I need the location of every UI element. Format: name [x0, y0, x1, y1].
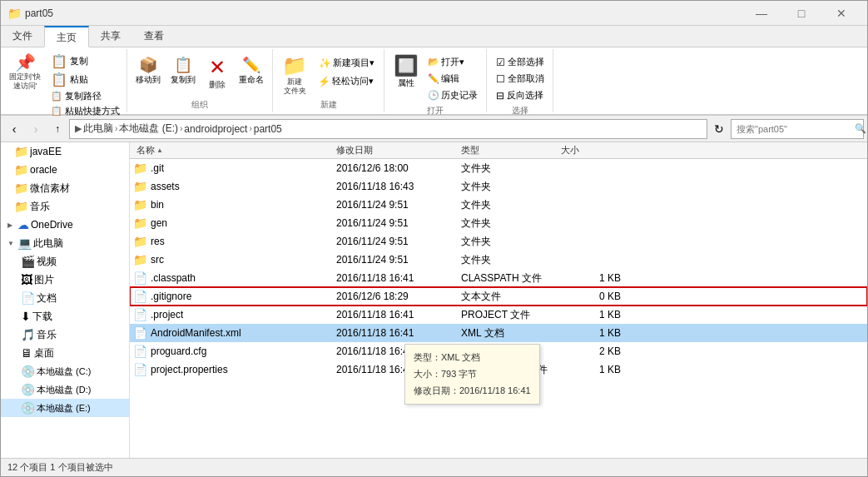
file-date-cell: 2016/11/18 16:41 [333, 327, 458, 339]
file-icon: 📄 [133, 271, 147, 285]
document-label: 文档 [37, 291, 57, 306]
thispc-label: 此电脑 [33, 236, 63, 251]
file-type-cell: 文件夹 [458, 253, 558, 267]
properties-button[interactable]: 🔲 属性 [389, 52, 423, 91]
col-header-size[interactable]: 大小 [558, 144, 624, 157]
tooltip-type-label: 类型： [414, 352, 441, 362]
music1-icon: 📁 [14, 200, 28, 213]
file-size-cell: 1 KB [558, 327, 624, 339]
new-folder-button[interactable]: 📁 新建文件夹 [278, 52, 311, 97]
sidebar-item-desktop[interactable]: 🖥 桌面 [1, 344, 129, 362]
sidebar-item-oracle[interactable]: 📁 oracle [1, 161, 129, 179]
move-to-button[interactable]: 📦 移动到 [132, 54, 164, 92]
sidebar-item-music1[interactable]: 📁 音乐 [1, 197, 129, 216]
file-row[interactable]: 📁 assets 2016/11/18 16:43 文件夹 [130, 177, 867, 196]
new-item-button[interactable]: ✨ 新建项目▾ [315, 54, 379, 72]
search-input[interactable] [737, 124, 851, 134]
edit-button[interactable]: ✏️ 编辑 [424, 71, 481, 87]
file-date-cell: 2016/11/24 9:51 [333, 254, 458, 266]
new-label: 新建 [320, 99, 337, 111]
tab-view[interactable]: 查看 [132, 26, 176, 47]
sidebar-item-download[interactable]: ⬇ 下载 [1, 307, 129, 325]
file-type-cell: 文件夹 [458, 180, 558, 194]
col-header-name[interactable]: 名称 ▲ [133, 144, 333, 157]
music2-label: 音乐 [37, 328, 57, 342]
path-breadcrumb-disk[interactable]: 本地磁盘 (E:) [119, 122, 178, 136]
file-type-cell: 文件夹 [458, 216, 558, 231]
open-button[interactable]: 📂 打开▾ [424, 54, 481, 70]
history-button[interactable]: 🕒 历史记录 [424, 87, 481, 103]
title-bar-controls: — □ ✕ [742, 1, 861, 26]
back-button[interactable]: ‹ [4, 119, 24, 139]
disk-c-label: 本地磁盘 (C:) [37, 365, 91, 378]
file-date-cell: 2016/11/24 9:51 [333, 236, 458, 247]
sidebar-item-music2[interactable]: 🎵 音乐 [1, 325, 129, 344]
up-button[interactable]: ↑ [47, 119, 67, 139]
path-breadcrumb-part05[interactable]: part05 [254, 123, 282, 135]
minimize-button[interactable]: — [742, 1, 781, 26]
invert-select-button[interactable]: ⊟ 反向选择 [493, 87, 548, 103]
file-date-cell: 2016/11/24 9:51 [333, 217, 458, 229]
col-header-date[interactable]: 修改日期 [333, 144, 458, 157]
tab-share[interactable]: 共享 [89, 26, 132, 47]
search-box: 🔍 [731, 119, 864, 139]
file-row[interactable]: 📁 res 2016/11/24 9:51 文件夹 [130, 232, 867, 251]
file-icon: 📄 [133, 308, 147, 321]
paste-button[interactable]: 📋 粘贴 [47, 71, 123, 88]
maximize-button[interactable]: □ [782, 1, 821, 26]
file-row[interactable]: 📁 src 2016/11/24 9:51 文件夹 [130, 251, 867, 269]
copy-to-button[interactable]: 📋 复制到 [167, 54, 199, 92]
sidebar-item-onedrive[interactable]: ▶ ☁ OneDrive [1, 216, 129, 234]
file-name-cell: 📁 src [133, 253, 333, 266]
select-all-button[interactable]: ☑ 全部选择 [493, 54, 548, 70]
sidebar-item-disk-e[interactable]: 💿 本地磁盘 (E:) [1, 399, 129, 417]
onedrive-label: OneDrive [31, 219, 73, 231]
sidebar-item-thispc[interactable]: ▼ 💻 此电脑 [1, 234, 129, 252]
file-row[interactable]: 📄 .gitignore 2016/12/6 18:29 文本文件 0 KB [130, 287, 867, 306]
col-header-type[interactable]: 类型 [458, 144, 558, 157]
picture-label: 图片 [34, 273, 54, 287]
path-breadcrumb-project[interactable]: androidproject [184, 123, 247, 135]
sidebar-item-disk-d[interactable]: 💿 本地磁盘 (D:) [1, 380, 129, 399]
sidebar-item-disk-c[interactable]: 💿 本地磁盘 (C:) [1, 362, 129, 380]
file-size-cell: 2 KB [558, 345, 624, 357]
file-row[interactable]: 📁 bin 2016/11/24 9:51 文件夹 [130, 196, 867, 214]
copy-path-button[interactable]: 📋 复制路径 [47, 89, 123, 103]
sidebar-item-javaee[interactable]: 📁 javaEE [1, 142, 129, 161]
sidebar-item-picture[interactable]: 🖼 图片 [1, 271, 129, 289]
file-row[interactable]: 📁 gen 2016/11/24 9:51 文件夹 [130, 214, 867, 232]
copy-button[interactable]: 📋 复制 [47, 52, 123, 70]
easy-access-button[interactable]: ⚡ 轻松访问▾ [315, 73, 379, 89]
music1-label: 音乐 [30, 200, 50, 214]
file-type-cell: XML 文档 [458, 326, 558, 340]
sidebar-item-document[interactable]: 📄 文档 [1, 289, 129, 307]
tab-file[interactable]: 文件 [1, 26, 44, 47]
download-label: 下载 [32, 310, 52, 324]
file-name-cell: 📄 .gitignore [133, 290, 333, 303]
refresh-button[interactable]: ↻ [709, 119, 729, 139]
rename-button[interactable]: ✏️ 重命名 [236, 54, 267, 92]
address-path[interactable]: ▶ 此电脑 › 本地磁盘 (E:) › androidproject › par… [69, 119, 707, 139]
tab-home[interactable]: 主页 [44, 26, 89, 47]
close-button[interactable]: ✕ [822, 1, 861, 26]
file-name-text: AndroidManifest.xml [151, 327, 241, 339]
forward-button[interactable]: › [26, 119, 46, 139]
pin-button[interactable]: 📌 固定到'快速访问' [4, 51, 46, 92]
file-row[interactable]: 📄 AndroidManifest.xml 2016/11/18 16:41 X… [130, 324, 867, 342]
file-row[interactable]: 📁 .git 2016/12/6 18:00 文件夹 [130, 159, 867, 177]
address-bar: ‹ › ↑ ▶ 此电脑 › 本地磁盘 (E:) › androidproject… [1, 116, 867, 142]
tooltip-date-value: 2016/11/18 16:41 [459, 385, 531, 395]
file-row[interactable]: 📄 .project 2016/11/18 16:41 PROJECT 文件 1… [130, 306, 867, 324]
sidebar-item-video[interactable]: 🎬 视频 [1, 252, 129, 271]
file-row[interactable]: 📄 .classpath 2016/11/18 16:41 CLASSPATH … [130, 269, 867, 287]
file-icon: 📄 [133, 363, 147, 376]
sidebar-item-wechat[interactable]: 📁 微信素材 [1, 179, 129, 197]
video-label: 视频 [37, 255, 57, 269]
desktop-label: 桌面 [34, 346, 54, 360]
tooltip-date-label: 修改日期： [414, 385, 459, 395]
window: 📁 part05 — □ ✕ 文件 主页 共享 查看 📌 固定到'快速访问' [0, 0, 868, 477]
document-icon: 📄 [21, 291, 35, 305]
path-breadcrumb-thispc[interactable]: 此电脑 [83, 122, 113, 136]
select-none-button[interactable]: ☐ 全部取消 [493, 71, 548, 87]
delete-button[interactable]: ✕ 删除 [202, 54, 232, 92]
